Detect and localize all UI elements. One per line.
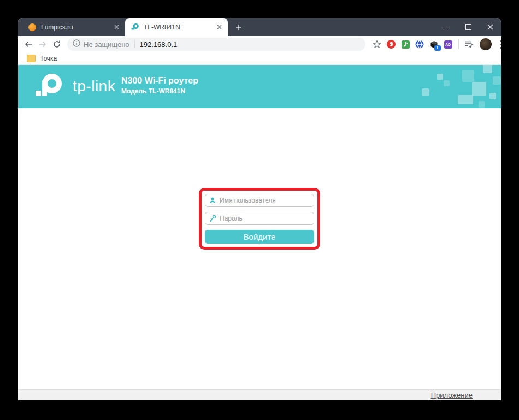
- folder-icon: [27, 55, 36, 62]
- tab-title: TL-WR841N: [144, 23, 215, 31]
- browser-window: Lumpics.ru TL-WR841N: [18, 18, 501, 400]
- text-caret: [219, 197, 219, 204]
- tab-close-icon[interactable]: [112, 23, 121, 32]
- tplink-favicon: [131, 23, 139, 32]
- profile-avatar[interactable]: [480, 38, 492, 50]
- annotation-highlight-box: Войдите: [199, 188, 320, 250]
- username-field-wrap: [205, 194, 314, 207]
- router-page-header: tp-link N300 Wi-Fi роутер Модель TL-WR84…: [18, 65, 501, 108]
- menu-icon[interactable]: [495, 38, 501, 51]
- decor-pixel: [479, 101, 485, 108]
- cube-extension-icon[interactable]: 1: [429, 40, 439, 49]
- app-link[interactable]: Приложение: [431, 391, 473, 399]
- music-extension-icon[interactable]: [401, 40, 410, 49]
- adblock-extension-icon[interactable]: [387, 40, 396, 49]
- login-button[interactable]: Войдите: [205, 230, 314, 244]
- username-input[interactable]: [205, 194, 314, 207]
- router-page-footer: Приложение: [18, 389, 501, 400]
- info-icon[interactable]: [73, 39, 80, 49]
- tab-lumpics[interactable]: Lumpics.ru: [22, 18, 125, 36]
- bookmark-star-icon[interactable]: [373, 40, 382, 49]
- browser-toolbar: Не защищено 192.168.0.1: [18, 36, 501, 52]
- decor-pixel: [489, 93, 496, 99]
- user-icon: [209, 197, 216, 204]
- decor-pixel: [483, 65, 492, 73]
- omnibox-separator: [134, 40, 135, 48]
- minimize-button[interactable]: [435, 18, 457, 36]
- back-icon[interactable]: [21, 37, 36, 51]
- tab-close-icon[interactable]: [215, 23, 223, 32]
- bookmark-folder-label[interactable]: Точка: [40, 55, 57, 62]
- lumpics-favicon: [28, 23, 37, 32]
- router-page-content: Войдите: [18, 108, 501, 389]
- extension-badge: 1: [434, 45, 441, 51]
- decor-pixel: [458, 95, 473, 104]
- tab-tplink[interactable]: TL-WR841N: [125, 18, 228, 36]
- bookmarks-bar: Точка: [18, 52, 501, 65]
- brand-text: tp-link: [73, 78, 115, 95]
- decor-pixel: [493, 76, 501, 85]
- decor-pixel: [462, 70, 474, 82]
- url-text[interactable]: 192.168.0.1: [140, 40, 178, 49]
- tab-strip: Lumpics.ru TL-WR841N: [18, 18, 501, 36]
- tplink-logo-icon: [29, 73, 67, 99]
- password-input[interactable]: [205, 212, 314, 225]
- adguard-extension-icon[interactable]: AD: [444, 40, 453, 49]
- address-bar[interactable]: Не защищено 192.168.0.1: [67, 38, 365, 51]
- reload-icon[interactable]: [50, 37, 64, 51]
- toolbar-separator: [458, 39, 459, 49]
- key-icon: [209, 215, 216, 222]
- router-model: Модель TL-WR841N: [121, 87, 198, 95]
- close-button[interactable]: [479, 18, 501, 36]
- tab-title: Lumpics.ru: [41, 23, 112, 31]
- password-field-wrap: [205, 212, 314, 225]
- forward-icon[interactable]: [36, 37, 50, 51]
- new-tab-button[interactable]: [231, 20, 246, 35]
- decor-pixel: [422, 88, 429, 96]
- decor-pixel: [437, 74, 443, 80]
- decor-pixel: [472, 82, 486, 96]
- maximize-button[interactable]: [457, 18, 479, 36]
- tplink-logo: tp-link: [29, 73, 115, 99]
- router-titles: N300 Wi-Fi роутер Модель TL-WR841N: [121, 76, 198, 95]
- decor-pixel: [444, 80, 450, 86]
- toolbar-right: 1 AD: [370, 38, 501, 51]
- playlist-icon[interactable]: [465, 40, 474, 49]
- window-controls: [435, 18, 501, 36]
- security-label: Не защищено: [84, 40, 129, 49]
- router-title: N300 Wi-Fi роутер: [121, 76, 198, 86]
- globe-extension-icon[interactable]: [415, 40, 424, 49]
